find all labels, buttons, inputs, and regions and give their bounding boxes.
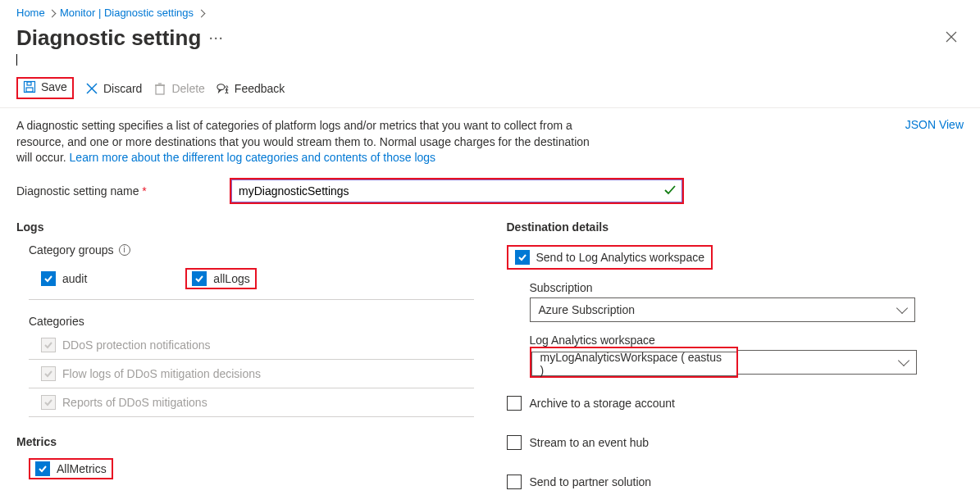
feedback-icon [217,82,230,95]
chevron-down-icon [897,355,909,366]
text-cursor [16,54,980,66]
law-label: Send to Log Analytics workspace [536,251,704,264]
chevron-right-icon [197,10,205,18]
eventhub-label: Stream to an event hub [530,436,650,449]
valid-check-icon [664,184,676,198]
discard-button[interactable]: Discard [85,82,142,95]
categories-label: Categories [29,315,474,328]
setting-name-label: Diagnostic setting name * [16,184,213,198]
svg-rect-3 [26,88,33,92]
svg-rect-4 [27,82,31,85]
allmetrics-label: AllMetrics [57,462,107,475]
learn-more-link[interactable]: Learn more about the different log categ… [70,151,435,164]
storage-label: Archive to a storage account [530,397,675,410]
workspace-select[interactable]: myLogAnalyticsWorkspace ( eastus ) [531,352,736,376]
delete-button: Delete [153,82,204,95]
discard-icon [85,82,98,95]
law-checkbox[interactable] [515,250,530,265]
chevron-right-icon [48,10,57,18]
close-button[interactable] [939,26,964,50]
subscription-select[interactable]: Azure Subscription [530,297,915,322]
breadcrumb: Home Monitor | Diagnostic settings [0,0,980,22]
destination-heading: Destination details [507,220,964,234]
metrics-heading: Metrics [16,435,474,448]
flow-logs-label: Flow logs of DDoS mitigation decisions [62,367,261,380]
storage-checkbox[interactable] [507,396,522,411]
reports-label: Reports of DDoS mitigations [62,396,207,409]
delete-icon [153,82,166,95]
reports-checkbox [41,395,56,410]
discard-label: Discard [103,82,142,95]
toolbar: Save Discard Delete Feedback [0,66,980,108]
save-button[interactable]: Save [23,80,67,93]
feedback-label: Feedback [235,82,285,95]
page-title: Diagnostic setting [16,25,201,51]
category-groups-label: Category groups i [29,243,474,257]
breadcrumb-home[interactable]: Home [16,7,45,19]
workspace-label: Log Analytics workspace [530,334,964,347]
flow-logs-checkbox [41,366,56,381]
allmetrics-checkbox[interactable] [35,461,50,476]
eventhub-checkbox[interactable] [507,435,522,450]
delete-label: Delete [171,82,204,95]
partner-label: Send to partner solution [530,475,652,488]
description-text: A diagnostic setting specifies a list of… [16,118,590,166]
save-label: Save [41,80,67,93]
subscription-value: Azure Subscription [539,303,636,316]
ddos-notifications-label: DDoS protection notifications [62,338,211,352]
info-icon[interactable]: i [119,244,130,256]
workspace-select-ext[interactable] [738,350,917,375]
logs-heading: Logs [16,220,474,234]
setting-name-input[interactable] [231,179,682,202]
svg-rect-7 [156,85,164,94]
workspace-value: myLogAnalyticsWorkspace ( eastus ) [540,351,728,377]
breadcrumb-monitor[interactable]: Monitor | Diagnostic settings [60,7,194,19]
audit-checkbox[interactable] [41,271,56,286]
more-menu-button[interactable]: ··· [209,32,224,45]
feedback-button[interactable]: Feedback [217,82,285,95]
svg-line-15 [226,92,228,93]
save-icon [23,80,36,93]
audit-label: audit [62,272,87,285]
json-view-link[interactable]: JSON View [905,118,964,131]
alllogs-label: allLogs [213,272,249,285]
chevron-down-icon [896,302,907,314]
ddos-notifications-checkbox [41,338,56,352]
page-header: Diagnostic setting ··· [0,22,980,51]
svg-point-10 [217,84,225,89]
svg-point-11 [226,85,228,88]
subscription-label: Subscription [530,281,964,294]
alllogs-checkbox[interactable] [192,271,207,286]
partner-checkbox[interactable] [507,475,522,489]
